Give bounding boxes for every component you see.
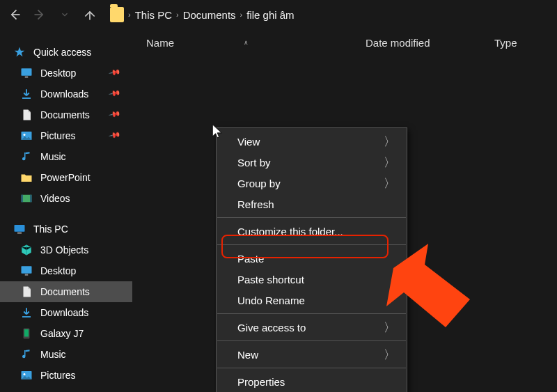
sidebar-item-music[interactable]: Music (0, 146, 132, 167)
sidebar-item-3d-objects[interactable]: 3D Objects (0, 240, 132, 260)
menu-item-new[interactable]: New〉 (217, 344, 407, 365)
menu-separator (217, 368, 406, 368)
menu-item-label: New (237, 349, 258, 361)
menu-item-label: Undo Rename (237, 295, 305, 306)
chevron-right-icon: 〉 (384, 347, 395, 363)
sidebar-item-label: Music (40, 349, 66, 360)
breadcrumb-current[interactable]: file ghi âm (246, 9, 294, 21)
sidebar-item-label: Music (40, 151, 66, 162)
pin-icon: 📌 (109, 108, 122, 121)
menu-separator (217, 217, 406, 218)
sidebar-this-pc[interactable]: This PC (0, 219, 132, 240)
menu-item-undo-rename[interactable]: Undo Rename (217, 290, 407, 311)
desktop-icon (19, 264, 33, 278)
column-headers: Name ∧ Date modified Type (132, 29, 557, 56)
menu-item-label: Customize this folder... (237, 226, 343, 237)
menu-item-refresh[interactable]: Refresh (217, 194, 407, 214)
pictures-icon (19, 129, 33, 143)
chevron-right-icon: 〉 (384, 134, 395, 150)
forward-button[interactable] (31, 6, 49, 24)
videos-icon (19, 191, 33, 205)
sidebar-item-label: Downloads (40, 307, 88, 318)
column-type-header[interactable]: Type (494, 37, 557, 49)
back-button[interactable] (6, 6, 24, 24)
sidebar-item-label: Galaxy J7 (40, 328, 84, 339)
sidebar-item-videos[interactable]: Videos (0, 188, 132, 209)
desktop-icon (19, 66, 33, 80)
chevron-right-icon: 〉 (384, 155, 395, 171)
downloads-icon (19, 87, 33, 101)
phone-icon (19, 327, 33, 340)
folder-icon (110, 8, 124, 22)
sidebar-item-desktop[interactable]: Desktop (0, 260, 132, 281)
sidebar-item-label: This PC (33, 224, 68, 235)
music-icon (19, 150, 33, 164)
sidebar-item-desktop[interactable]: Desktop📌 (0, 63, 132, 84)
history-dropdown[interactable] (56, 6, 74, 24)
downloads-icon (19, 306, 33, 320)
pin-icon: 📌 (109, 129, 122, 142)
pin-icon: 📌 (109, 66, 122, 79)
folder-icon (19, 171, 33, 185)
menu-item-label: Properties (237, 376, 285, 388)
sidebar-item-label: PowerPoint (40, 172, 91, 183)
sidebar-item-documents[interactable]: Documents (0, 281, 132, 302)
menu-item-label: Give access to (237, 322, 306, 334)
sidebar-item-label: Quick access (33, 47, 91, 58)
chevron-right-icon: 〉 (384, 320, 395, 336)
sidebar-item-label: Desktop (40, 265, 76, 276)
up-button[interactable] (81, 6, 99, 24)
pin-icon: 📌 (109, 87, 122, 100)
menu-item-paste[interactable]: Paste (217, 248, 407, 269)
menu-item-customize-this-folder[interactable]: Customize this folder... (217, 221, 407, 242)
sidebar-item-label: Downloads (40, 88, 88, 100)
menu-separator (217, 313, 406, 314)
context-menu: View〉Sort by〉Group by〉RefreshCustomize t… (216, 127, 407, 392)
sidebar-item-label: Desktop (40, 68, 76, 79)
navigation-bar: › This PC› Documents› file ghi âm (0, 0, 557, 29)
menu-separator (217, 244, 406, 245)
sort-indicator-icon: ∧ (244, 39, 249, 46)
column-name-header[interactable]: Name (146, 37, 174, 49)
address-bar[interactable]: › This PC› Documents› file ghi âm (106, 8, 295, 22)
sidebar-item-pictures[interactable]: Pictures📌 (0, 125, 132, 146)
pictures-icon (19, 368, 33, 382)
menu-item-sort-by[interactable]: Sort by〉 (217, 152, 407, 173)
sidebar-item-galaxy-j7[interactable]: Galaxy J7 (0, 323, 132, 344)
sidebar-item-powerpoint[interactable]: PowerPoint (0, 167, 132, 188)
music-icon (19, 347, 33, 361)
chevron-right-icon: 〉 (384, 175, 395, 191)
navigation-pane: Quick access Desktop📌Downloads📌Documents… (0, 29, 132, 392)
column-date-header[interactable]: Date modified (366, 37, 494, 49)
sidebar-item-label: Videos (40, 193, 70, 204)
menu-item-properties[interactable]: Properties (217, 371, 407, 392)
sidebar-item-downloads[interactable]: Downloads (0, 302, 132, 323)
cube-icon (19, 243, 33, 257)
pc-icon (13, 222, 26, 236)
menu-item-paste-shortcut[interactable]: Paste shortcut (217, 269, 407, 290)
sidebar-item-documents[interactable]: Documents📌 (0, 104, 132, 125)
sidebar-item-label: Documents (40, 286, 90, 297)
menu-item-view[interactable]: View〉 (217, 131, 407, 152)
sidebar-quick-access[interactable]: Quick access (0, 42, 132, 63)
menu-item-group-by[interactable]: Group by〉 (217, 173, 407, 194)
breadcrumb-this-pc[interactable]: This PC› (135, 9, 179, 21)
menu-item-give-access-to[interactable]: Give access to〉 (217, 317, 407, 338)
sidebar-item-pictures[interactable]: Pictures (0, 365, 132, 386)
menu-item-label: Paste (237, 253, 264, 265)
sidebar-item-downloads[interactable]: Downloads📌 (0, 84, 132, 104)
sidebar-item-label: Documents (40, 109, 90, 120)
menu-item-label: Paste shortcut (237, 274, 304, 285)
menu-item-label: View (237, 136, 260, 148)
star-icon (13, 45, 26, 59)
menu-item-label: Refresh (237, 198, 274, 210)
documents-icon (19, 285, 33, 299)
menu-item-label: Group by (237, 178, 281, 189)
sidebar-item-label: Pictures (40, 130, 76, 141)
documents-icon (19, 108, 33, 122)
sidebar-item-label: 3D Objects (40, 244, 88, 256)
sidebar-item-label: Pictures (40, 370, 76, 381)
breadcrumb-documents[interactable]: Documents› (183, 9, 243, 21)
sidebar-item-music[interactable]: Music (0, 344, 132, 365)
menu-item-label: Sort by (237, 157, 271, 168)
